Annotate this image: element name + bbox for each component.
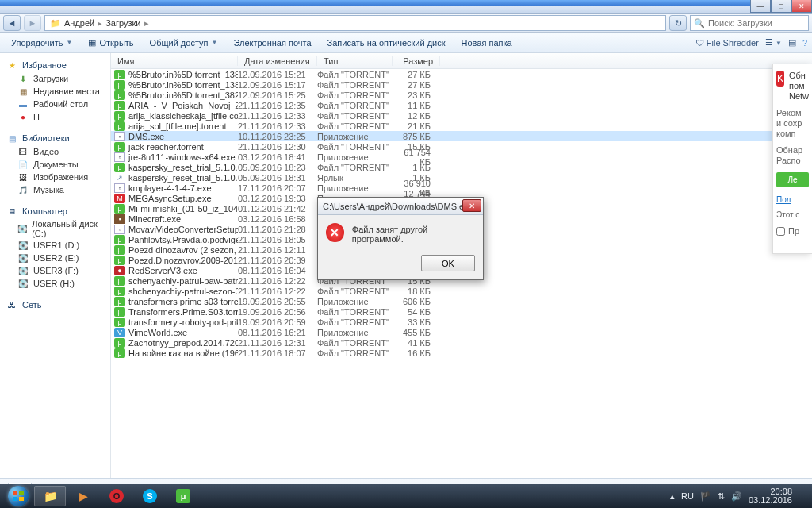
- kaspersky-link[interactable]: Пол: [776, 195, 809, 204]
- checkbox-input[interactable]: [776, 227, 785, 236]
- burn-button[interactable]: Записать на оптический диск: [321, 36, 452, 50]
- tray-lang[interactable]: RU: [681, 491, 694, 501]
- sidebar-item[interactable]: ▦Недавние места: [0, 85, 110, 98]
- file-row[interactable]: μ%5Brutor.in%5D torrent_138413 (1).torre…: [111, 69, 812, 79]
- sidebar-computer[interactable]: 🖥Компьютер: [0, 204, 110, 218]
- new-folder-button[interactable]: Новая папка: [455, 36, 519, 50]
- sidebar-libraries[interactable]: ▤Библиотеки: [0, 131, 110, 145]
- file-date: 05.09.2016 18:23: [238, 163, 317, 172]
- col-size[interactable]: Размер: [393, 56, 440, 66]
- col-name[interactable]: Имя: [111, 56, 238, 66]
- breadcrumb-item[interactable]: Загрузки: [105, 18, 140, 28]
- view-options-button[interactable]: ☰ ▼: [765, 37, 782, 48]
- dialog-titlebar[interactable]: C:\Users\Андрей\Downloads\DMS.exe ✕: [318, 198, 483, 215]
- network-icon[interactable]: ⇅: [718, 491, 725, 502]
- dialog-title: C:\Users\Андрей\Downloads\DMS.exe: [323, 202, 473, 211]
- minimize-button[interactable]: —: [750, 0, 771, 13]
- file-type: Файл "TORRENT": [317, 142, 393, 152]
- sidebar-item[interactable]: 🎞Видео: [0, 145, 110, 158]
- file-row[interactable]: ↗kaspersky_reset_trial_5.1.0.29.exe.torr…: [111, 172, 812, 183]
- file-row[interactable]: μ%5Brutor.in%5D torrent_382925.torrent12…: [111, 90, 812, 100]
- sidebar-item[interactable]: 📄Документы: [0, 158, 110, 171]
- file-row[interactable]: VVimeWorld.exe08.11.2016 16:21Приложение…: [111, 327, 812, 337]
- sidebar-favorites[interactable]: ★Избранное: [0, 58, 110, 72]
- kaspersky-popup: K ОбнпомNetw Рекоми сохркомп ОбнарРаспо …: [772, 64, 812, 254]
- kaspersky-action-button[interactable]: Ле: [776, 172, 809, 187]
- file-row[interactable]: μkaspersky_reset_trial_5.1.0.29.exe.torr…: [111, 162, 812, 172]
- breadcrumb-item[interactable]: Андрей: [64, 18, 94, 28]
- file-shredder-button[interactable]: 🛡 File Shredder: [695, 38, 759, 48]
- sidebar-item[interactable]: ⬇Загрузки: [0, 72, 110, 85]
- file-row[interactable]: μНа войне как на войне (1969) DVDRip от.…: [111, 348, 812, 358]
- file-name: Poezd dinozavrov (2 sezon, 1-25 serii iz…: [128, 245, 238, 255]
- file-name: transformers prime s03 torrent.exe: [128, 297, 238, 306]
- column-headers[interactable]: Имя Дата изменения Тип Размер: [111, 53, 812, 69]
- taskbar-item-explorer[interactable]: 📁: [34, 486, 66, 506]
- file-row[interactable]: ▫jre-8u111-windows-x64.exe03.12.2016 18:…: [111, 152, 812, 162]
- file-row[interactable]: μARIA_-_V_Poiskah_Novoj_Zhertvy_(AntiS..…: [111, 100, 812, 110]
- taskbar-item-opera[interactable]: O: [101, 486, 132, 506]
- file-row[interactable]: μtransformery.-roboty-pod-prikrytiem-tra…: [111, 317, 812, 327]
- file-row[interactable]: μarija_klassicheskaja_[tfile.co].torrent…: [111, 110, 812, 121]
- titlebar[interactable]: [0, 0, 812, 6]
- file-row[interactable]: μtransformers prime s03 torrent.exe19.09…: [111, 296, 812, 306]
- flag-icon[interactable]: 🏴: [700, 491, 711, 502]
- clock[interactable]: 20:0803.12.2016: [749, 487, 792, 505]
- tray-expand-icon[interactable]: ▴: [670, 491, 675, 502]
- sidebar-item[interactable]: 💽USER1 (D:): [0, 239, 110, 252]
- breadcrumb[interactable]: 📁 Андрей ▸ Загрузки ▸: [44, 15, 666, 31]
- file-icon: μ: [114, 235, 125, 244]
- sidebar-item[interactable]: ▬Рабочий стол: [0, 98, 110, 110]
- taskbar-item-torrent[interactable]: μ: [167, 486, 199, 506]
- start-button[interactable]: [3, 485, 33, 507]
- sidebar-item[interactable]: 💽USER2 (E:): [0, 252, 110, 264]
- computer-icon: 🖥: [6, 206, 17, 217]
- refresh-button[interactable]: ↻: [669, 15, 687, 31]
- file-date: 03.12.2016 16:58: [238, 214, 317, 224]
- file-size: 455 КБ: [393, 328, 440, 337]
- dialog-close-button[interactable]: ✕: [462, 199, 481, 212]
- file-name: %5Brutor.in%5D torrent_382925.torrent: [128, 90, 238, 100]
- file-date: 21.11.2016 12:11: [238, 245, 317, 255]
- chevron-right-icon: ▸: [98, 18, 102, 29]
- back-button[interactable]: ◄: [3, 15, 21, 31]
- preview-pane-button[interactable]: ▤: [788, 37, 796, 48]
- show-desktop-button[interactable]: [799, 485, 804, 507]
- help-button[interactable]: ?: [802, 38, 807, 48]
- sidebar-item[interactable]: 💽USER (H:): [0, 277, 110, 290]
- browser-tabstrip[interactable]: [0, 6, 812, 14]
- file-row[interactable]: ▫DMS.exe10.11.2016 23:25Приложение875 КБ: [111, 131, 812, 141]
- file-row[interactable]: μjack-reacher.torrent21.11.2016 12:30Фай…: [111, 141, 812, 152]
- taskbar-item-player[interactable]: ▶: [67, 486, 99, 506]
- file-row[interactable]: μshchenyachiy-patrul-sezon-3-480x.torren…: [111, 286, 812, 296]
- col-date[interactable]: Дата изменения: [238, 56, 317, 66]
- open-button[interactable]: ▦Открыть: [82, 35, 140, 50]
- file-date: 19.09.2016 20:59: [238, 318, 317, 327]
- col-type[interactable]: Тип: [317, 56, 393, 66]
- share-button[interactable]: Общий доступ▼: [144, 36, 224, 50]
- volume-icon[interactable]: 🔊: [731, 491, 742, 502]
- search-input[interactable]: [708, 18, 805, 28]
- sidebar-item[interactable]: 🖼Изображения: [0, 171, 110, 183]
- ok-button[interactable]: OK: [421, 255, 475, 271]
- sidebar-network[interactable]: 🖧Сеть: [0, 298, 110, 312]
- sidebar-item[interactable]: 💽USER3 (F:): [0, 264, 110, 277]
- email-button[interactable]: Электронная почта: [227, 36, 317, 50]
- network-icon: 🖧: [6, 299, 17, 310]
- maximize-button[interactable]: □: [771, 0, 791, 13]
- close-button[interactable]: ✕: [791, 0, 812, 13]
- sidebar-item[interactable]: 💽Локальный диск (C:): [0, 218, 110, 239]
- file-date: 01.12.2016 21:42: [238, 204, 317, 214]
- taskbar-item-skype[interactable]: S: [134, 486, 166, 506]
- organize-button[interactable]: Упорядочить▼: [5, 36, 79, 50]
- file-row[interactable]: ▫kmplayer-4-1-4-7.exe17.11.2016 20:07При…: [111, 183, 812, 193]
- kaspersky-checkbox[interactable]: Пр: [776, 226, 809, 236]
- file-row[interactable]: μZachotnyy_prepod.2014.720p.BluRay.x26..…: [111, 337, 812, 348]
- file-row[interactable]: μTransformers.Prime.S03.torrent19.09.201…: [111, 306, 812, 317]
- file-row[interactable]: μ%5Brutor.in%5D torrent_138413.torrent12…: [111, 79, 812, 90]
- sidebar-item[interactable]: 🎵Музыка: [0, 183, 110, 196]
- sidebar-item[interactable]: ●Н: [0, 110, 110, 123]
- file-row[interactable]: μarija_sol_[tfile.me].torrent21.11.2016 …: [111, 121, 812, 131]
- search-box[interactable]: 🔍: [690, 15, 809, 31]
- forward-button[interactable]: ►: [24, 15, 41, 31]
